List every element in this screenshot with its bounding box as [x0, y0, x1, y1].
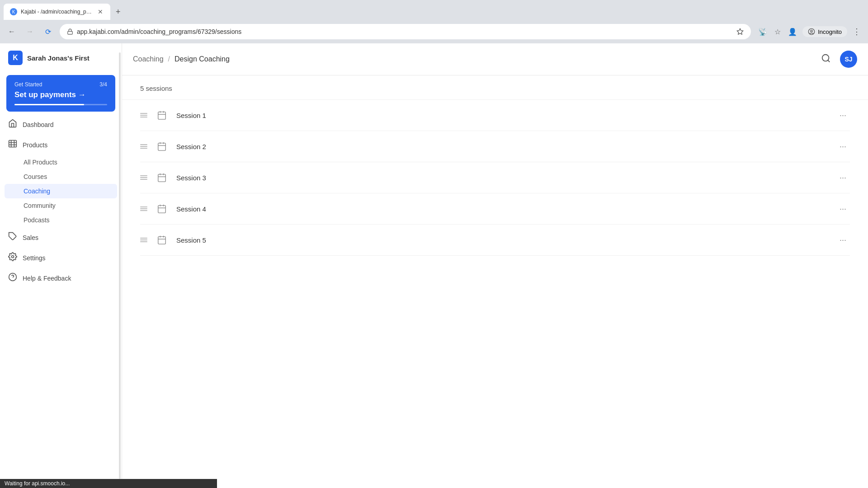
new-tab-button[interactable]: +: [112, 5, 124, 19]
get-started-banner[interactable]: Get Started 3/4 Set up payments →: [6, 75, 115, 112]
sales-icon: [8, 232, 17, 243]
status-bar: Waiting for api.smooch.io...: [0, 479, 217, 488]
dashboard-label: Dashboard: [23, 121, 54, 128]
sidebar-item-courses[interactable]: Courses: [0, 169, 122, 184]
lock-icon: [67, 28, 73, 35]
help-label: Help & Feedback: [23, 275, 71, 282]
session-name: Session 5: [176, 236, 829, 244]
tab-favicon: K: [10, 8, 17, 15]
browser-chrome: K Kajabi - /admin/coaching_progra... ✕ +…: [0, 0, 868, 43]
bookmark-icon[interactable]: ☆: [773, 26, 783, 38]
tab-close-button[interactable]: ✕: [97, 7, 104, 16]
sidebar-item-dashboard[interactable]: Dashboard: [0, 114, 122, 135]
get-started-count: 3/4: [99, 81, 107, 88]
browser-actions: 📡 ☆ 👤 Incognito ⋮: [756, 25, 863, 38]
session-more-button[interactable]: ···: [836, 171, 850, 184]
drag-handle[interactable]: [140, 113, 147, 117]
address-bar: ← → ⟳ app.kajabi.com/admin/coaching_prog…: [0, 20, 868, 43]
profile-icon[interactable]: 👤: [786, 26, 799, 38]
svg-point-8: [822, 54, 829, 61]
logo-text: Sarah Jonas's First: [27, 54, 90, 62]
svg-rect-3: [9, 141, 17, 147]
progress-bar: [14, 104, 107, 105]
session-more-button[interactable]: ···: [836, 140, 850, 153]
session-name: Session 3: [176, 174, 829, 182]
session-item[interactable]: Session 5 ···: [140, 225, 850, 256]
sidebar-item-coaching[interactable]: Coaching: [5, 184, 117, 198]
tab-bar: K Kajabi - /admin/coaching_progra... ✕ +: [0, 0, 868, 20]
main-content: Coaching / Design Coaching SJ 5 sessions: [122, 43, 868, 488]
svg-marker-1: [737, 28, 743, 34]
svg-rect-0: [68, 31, 73, 34]
sidebar-item-podcasts[interactable]: Podcasts: [0, 213, 122, 227]
cast-icon[interactable]: 📡: [756, 26, 769, 38]
sidebar-logo[interactable]: K Sarah Jonas's First: [0, 43, 122, 69]
get-started-action: Set up payments →: [14, 90, 107, 99]
svg-rect-18: [158, 174, 166, 182]
sessions-count: 5 sessions: [140, 84, 172, 92]
products-label: Products: [23, 141, 47, 149]
svg-rect-22: [158, 206, 166, 213]
star-icon[interactable]: [736, 28, 744, 35]
calendar-icon: [155, 139, 169, 154]
reload-button[interactable]: ⟳: [42, 25, 54, 38]
search-button[interactable]: [819, 52, 833, 67]
calendar-icon: [155, 170, 169, 185]
url-bar[interactable]: app.kajabi.com/admin/coaching_programs/6…: [60, 24, 751, 39]
help-icon: [8, 272, 17, 284]
url-text: app.kajabi.com/admin/coaching_programs/6…: [77, 28, 733, 35]
sessions-content: 5 sessions Session 1 ···: [122, 75, 868, 488]
svg-point-5: [12, 256, 14, 258]
svg-rect-10: [158, 112, 166, 119]
session-more-button[interactable]: ···: [836, 202, 850, 216]
calendar-icon: [155, 108, 169, 122]
active-tab[interactable]: K Kajabi - /admin/coaching_progra... ✕: [4, 4, 110, 20]
sidebar-item-community[interactable]: Community: [0, 198, 122, 213]
sidebar-inner: K Sarah Jonas's First Get Started 3/4 Se…: [0, 43, 122, 488]
incognito-label: Incognito: [818, 28, 842, 35]
breadcrumb: Coaching / Design Coaching: [133, 55, 230, 63]
drag-handle[interactable]: [140, 206, 147, 211]
sidebar-item-sales[interactable]: Sales: [0, 227, 122, 248]
calendar-icon: [155, 233, 169, 247]
sidebar-item-all-products[interactable]: All Products: [0, 155, 122, 169]
home-icon: [8, 119, 17, 130]
svg-line-9: [828, 60, 830, 62]
settings-label: Settings: [23, 254, 46, 262]
top-bar-actions: SJ: [819, 51, 857, 68]
get-started-label: Get Started: [14, 81, 42, 88]
drag-handle[interactable]: [140, 144, 147, 149]
progress-fill: [14, 104, 84, 105]
session-item[interactable]: Session 4 ···: [140, 193, 850, 225]
drag-handle[interactable]: [140, 238, 147, 242]
sidebar-scrollbar[interactable]: [119, 52, 121, 479]
breadcrumb-separator: /: [168, 55, 170, 63]
incognito-button[interactable]: Incognito: [802, 26, 847, 37]
sidebar: K Sarah Jonas's First Get Started 3/4 Se…: [0, 43, 122, 488]
svg-point-2: [811, 30, 812, 32]
avatar-initials: SJ: [844, 56, 852, 63]
drag-handle[interactable]: [140, 175, 147, 180]
sidebar-item-settings[interactable]: Settings: [0, 248, 122, 268]
user-avatar[interactable]: SJ: [840, 51, 857, 68]
session-more-button[interactable]: ···: [836, 234, 850, 247]
calendar-icon: [155, 202, 169, 216]
incognito-icon: [808, 28, 815, 35]
products-icon: [8, 139, 17, 150]
svg-rect-14: [158, 143, 166, 151]
forward-button[interactable]: →: [24, 25, 36, 38]
back-button[interactable]: ←: [5, 25, 18, 38]
sidebar-item-help[interactable]: Help & Feedback: [0, 268, 122, 288]
browser-menu-button[interactable]: ⋮: [851, 25, 863, 38]
sidebar-item-products[interactable]: Products: [0, 135, 122, 155]
logo-icon: K: [8, 51, 23, 65]
get-started-top: Get Started 3/4: [14, 81, 107, 88]
session-list: Session 1 ··· Session 2 ···: [122, 100, 868, 256]
session-item[interactable]: Session 2 ···: [140, 131, 850, 162]
tab-title: Kajabi - /admin/coaching_progra...: [21, 9, 93, 15]
session-more-button[interactable]: ···: [836, 109, 850, 122]
session-name: Session 1: [176, 112, 829, 119]
breadcrumb-parent[interactable]: Coaching: [133, 55, 164, 63]
session-item[interactable]: Session 1 ···: [140, 100, 850, 131]
session-item[interactable]: Session 3 ···: [140, 162, 850, 193]
